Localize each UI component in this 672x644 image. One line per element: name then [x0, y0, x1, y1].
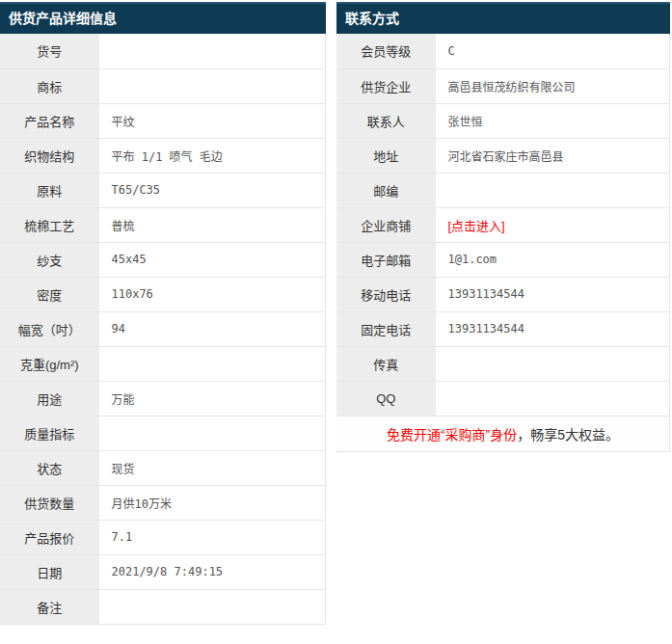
shop-cell: [点击进入] [436, 207, 670, 242]
row-label: 织物结构 [0, 138, 99, 173]
row-label: 企业商铺 [336, 207, 436, 242]
row-label: 日期 [0, 554, 99, 589]
table-row: 梳棉工艺 普梳 [0, 207, 326, 242]
contact-title: 联系方式 [336, 2, 670, 34]
row-label: QQ [336, 381, 436, 416]
row-value [99, 346, 326, 381]
table-row: 产品名称 平纹 [0, 103, 326, 138]
promo-link[interactable]: 免费开通“采购商”身份 [387, 427, 517, 443]
row-value: 月供10万米 [99, 485, 326, 520]
member-level-value: C [436, 34, 670, 68]
row-label: 产品报价 [0, 520, 99, 554]
contact-person-value: 张世恒 [436, 103, 670, 138]
row-label: 产品名称 [0, 103, 99, 138]
table-row: 企业商铺 [点击进入] [336, 207, 670, 242]
row-value [99, 68, 326, 103]
table-row: 供货企业 高邑县恒茂纺织有限公司 [336, 68, 670, 103]
row-label: 会员等级 [336, 34, 436, 68]
promo-footer-row: 免费开通“采购商”身份，畅享5大权益。 [336, 416, 670, 451]
table-row: 产品报价 7.1 [0, 520, 326, 554]
table-row: 供货数量 月供10万米 [0, 485, 326, 520]
enter-shop-link[interactable]: [点击进入] [448, 219, 505, 233]
row-value: 2021/9/8 7:49:15 [99, 554, 326, 589]
row-value: 万能 [99, 381, 326, 416]
table-row: QQ [336, 381, 670, 416]
row-value [99, 34, 326, 68]
row-value [99, 416, 326, 450]
row-label: 纱支 [0, 242, 99, 277]
table-row: 用途 万能 [0, 381, 326, 416]
row-value: 平布 1/1 喷气 毛边 [99, 138, 326, 173]
table-row: 幅宽（吋） 94 [0, 311, 326, 346]
fax-value [436, 346, 670, 381]
row-value: 普梳 [99, 207, 326, 242]
promo-footer-cell: 免费开通“采购商”身份，畅享5大权益。 [336, 416, 670, 451]
table-row: 传真 [336, 346, 670, 381]
row-value: 平纹 [99, 103, 326, 138]
row-value: 7.1 [99, 520, 326, 554]
table-row: 地址 河北省石家庄市高邑县 [336, 138, 670, 173]
table-row: 邮编 [336, 173, 670, 207]
row-label: 商标 [0, 68, 99, 103]
row-label: 电子邮箱 [336, 242, 436, 277]
postcode-value [436, 173, 670, 207]
row-label: 邮编 [336, 173, 436, 207]
row-label: 货号 [0, 34, 99, 68]
table-row: 备注 [0, 589, 326, 624]
row-label: 备注 [0, 589, 99, 624]
row-label: 固定电话 [336, 311, 436, 346]
address-value: 河北省石家庄市高邑县 [436, 138, 670, 173]
row-label: 地址 [336, 138, 436, 173]
row-value: 现货 [99, 450, 326, 485]
table-row: 状态 现货 [0, 450, 326, 485]
table-row: 克重(g/m²) [0, 346, 326, 381]
row-label: 供货企业 [336, 68, 436, 103]
row-value: 94 [99, 311, 326, 346]
row-label: 质量指标 [0, 416, 99, 450]
row-value: 45x45 [99, 242, 326, 277]
row-value: T65/C35 [99, 173, 326, 207]
table-row: 商标 [0, 68, 326, 103]
row-value [99, 589, 326, 624]
row-label: 状态 [0, 450, 99, 485]
table-row: 密度 110x76 [0, 277, 326, 311]
table-row: 纱支 45x45 [0, 242, 326, 277]
table-row: 日期 2021/9/8 7:49:15 [0, 554, 326, 589]
row-label: 用途 [0, 381, 99, 416]
contact-table: 会员等级 C 供货企业 高邑县恒茂纺织有限公司 联系人 张世恒 地址 河北省石家… [336, 34, 670, 452]
table-row: 固定电话 13931134544 [336, 311, 670, 346]
row-label: 密度 [0, 277, 99, 311]
row-label: 原料 [0, 173, 99, 207]
row-label: 梳棉工艺 [0, 207, 99, 242]
product-detail-table: 货号 商标 产品名称 平纹 织物结构 平布 1/1 喷气 毛边 原料 T [0, 34, 326, 625]
email-value: 1@1.com [436, 242, 670, 277]
table-row: 货号 [0, 34, 326, 68]
mobile-phone-value: 13931134544 [436, 277, 670, 311]
row-label: 联系人 [336, 103, 436, 138]
table-row: 质量指标 [0, 416, 326, 450]
company-name-value: 高邑县恒茂纺织有限公司 [436, 68, 670, 103]
table-row: 会员等级 C [336, 34, 670, 68]
page-content: 供货产品详细信息 货号 商标 产品名称 平纹 织物结构 平布 1/1 喷气 毛边 [0, 0, 672, 625]
row-value: 110x76 [99, 277, 326, 311]
row-label: 传真 [336, 346, 436, 381]
table-row: 联系人 张世恒 [336, 103, 670, 138]
row-label: 供货数量 [0, 485, 99, 520]
table-row: 织物结构 平布 1/1 喷气 毛边 [0, 138, 326, 173]
table-row: 移动电话 13931134544 [336, 277, 670, 311]
product-detail-panel: 供货产品详细信息 货号 商标 产品名称 平纹 织物结构 平布 1/1 喷气 毛边 [0, 2, 326, 625]
row-label: 移动电话 [336, 277, 436, 311]
product-detail-title: 供货产品详细信息 [0, 2, 326, 34]
row-label: 幅宽（吋） [0, 311, 99, 346]
row-label: 克重(g/m²) [0, 346, 99, 381]
table-row: 原料 T65/C35 [0, 173, 326, 207]
qq-value [436, 381, 670, 416]
table-row: 电子邮箱 1@1.com [336, 242, 670, 277]
fixed-phone-value: 13931134544 [436, 311, 670, 346]
contact-panel: 联系方式 会员等级 C 供货企业 高邑县恒茂纺织有限公司 联系人 张世恒 地址 … [336, 2, 670, 625]
promo-text: ，畅享5大权益。 [517, 427, 619, 443]
